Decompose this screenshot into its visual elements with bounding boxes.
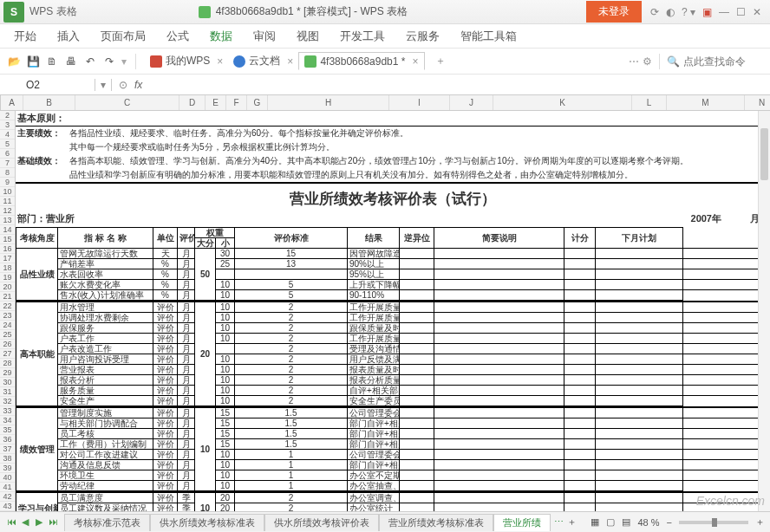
cell[interactable] (400, 386, 434, 396)
cell[interactable] (400, 503, 434, 512)
cell[interactable] (434, 408, 564, 418)
cell[interactable] (596, 418, 683, 429)
cell[interactable] (682, 269, 770, 280)
fx-label[interactable]: fx (134, 79, 147, 91)
minimize-icon[interactable]: — (719, 6, 729, 18)
col-header[interactable]: H (268, 95, 389, 110)
toolbar-dropdown-icon[interactable]: ▾ (121, 55, 127, 68)
cell[interactable] (682, 408, 770, 418)
cell[interactable] (434, 470, 564, 481)
view-custom-icon[interactable]: ▤ (622, 516, 630, 528)
cell[interactable] (434, 396, 564, 407)
cell[interactable] (434, 493, 564, 503)
cell[interactable] (434, 439, 564, 450)
col-header[interactable]: G (247, 95, 268, 110)
menu-开始[interactable]: 开始 (14, 29, 36, 44)
cell[interactable] (434, 344, 564, 354)
cell[interactable] (400, 249, 434, 259)
menu-插入[interactable]: 插入 (57, 29, 80, 44)
row-header[interactable]: 34 (0, 416, 15, 425)
cell[interactable] (682, 259, 770, 269)
row-header[interactable]: 22 (0, 302, 15, 311)
first-sheet-icon[interactable]: ⏮ (5, 516, 17, 528)
cell[interactable] (596, 313, 683, 323)
cell[interactable] (596, 481, 683, 492)
row-header[interactable]: 3 (0, 120, 15, 130)
cell[interactable] (596, 344, 683, 354)
row-header[interactable]: 39 (0, 464, 15, 473)
cell[interactable] (596, 323, 683, 334)
row-header[interactable]: 19 (0, 273, 15, 282)
cell[interactable] (682, 418, 770, 429)
compact-icon[interactable]: ▣ (702, 6, 712, 18)
cell[interactable] (434, 290, 564, 302)
cell[interactable] (400, 365, 434, 375)
print-icon[interactable]: 🖶 (64, 55, 78, 68)
cell[interactable] (434, 354, 564, 365)
row-header[interactable]: 29 (0, 368, 15, 378)
col-header[interactable]: D (179, 95, 206, 110)
cell[interactable] (564, 460, 596, 470)
row-header[interactable]: 36 (0, 435, 15, 444)
tab-overflow-icon[interactable]: ⋯ (554, 516, 564, 528)
print-preview-icon[interactable]: 🗎 (45, 55, 59, 68)
last-sheet-icon[interactable]: ⏭ (47, 516, 59, 528)
row-header[interactable]: 37 (0, 444, 15, 454)
cell[interactable] (596, 249, 683, 259)
cell[interactable] (434, 269, 564, 280)
menu-视图[interactable]: 视图 (297, 29, 319, 44)
zoom-slider[interactable] (679, 521, 748, 524)
cell[interactable] (596, 470, 683, 481)
cell[interactable] (434, 375, 564, 386)
col-header[interactable]: L (632, 95, 667, 110)
cell[interactable] (596, 439, 683, 450)
row-header[interactable]: 40 (0, 473, 15, 483)
cell[interactable] (564, 269, 596, 280)
row-header[interactable]: 38 (0, 454, 15, 464)
sheet-content[interactable]: 基本原则： 主要绩效：各指品性业绩、规经要求、临时任务。高准分为60分。每个指标… (16, 111, 770, 511)
cell[interactable] (596, 365, 683, 375)
cell[interactable] (400, 334, 434, 344)
cell[interactable] (400, 493, 434, 503)
view-page-icon[interactable]: ▢ (606, 516, 615, 528)
cell[interactable] (434, 302, 564, 313)
cell[interactable] (682, 249, 770, 259)
cell[interactable] (596, 354, 683, 365)
cell[interactable] (596, 450, 683, 460)
cell[interactable] (682, 470, 770, 481)
cell[interactable] (682, 460, 770, 470)
cell[interactable] (400, 450, 434, 460)
prev-sheet-icon[interactable]: ◀ (19, 516, 31, 528)
search-icon[interactable]: 🔍 (667, 55, 680, 68)
cell[interactable] (682, 439, 770, 450)
cell[interactable] (564, 396, 596, 407)
row-header[interactable]: 9 (0, 178, 15, 187)
cell[interactable] (434, 313, 564, 323)
row-header[interactable]: 2 (0, 111, 15, 120)
col-header[interactable]: B (23, 95, 75, 110)
save-icon[interactable]: 💾 (26, 55, 40, 68)
row-header[interactable]: 8 (0, 168, 15, 178)
row-header[interactable]: 23 (0, 311, 15, 321)
cell[interactable] (564, 408, 596, 418)
row-header[interactable]: 14 (0, 225, 15, 235)
cell[interactable] (682, 354, 770, 365)
menu-数据[interactable]: 数据 (210, 29, 232, 44)
cell[interactable] (400, 470, 434, 481)
row-header[interactable]: 31 (0, 387, 15, 397)
row-header[interactable]: 42 (0, 492, 15, 502)
row-header[interactable]: 33 (0, 406, 15, 416)
vertical-scrollbar[interactable] (758, 111, 770, 511)
row-header[interactable]: 17 (0, 254, 15, 263)
row-header[interactable]: 25 (0, 330, 15, 340)
cell[interactable] (434, 503, 564, 512)
cell[interactable] (596, 460, 683, 470)
col-header[interactable]: I (389, 95, 450, 110)
row-header[interactable]: 24 (0, 321, 15, 330)
row-header[interactable]: 41 (0, 483, 15, 492)
cell[interactable] (400, 302, 434, 313)
cell[interactable] (564, 386, 596, 396)
help-icon[interactable]: ? ▾ (682, 6, 695, 18)
zoom-in-icon[interactable]: ＋ (755, 516, 765, 529)
col-header[interactable]: J (450, 95, 493, 110)
